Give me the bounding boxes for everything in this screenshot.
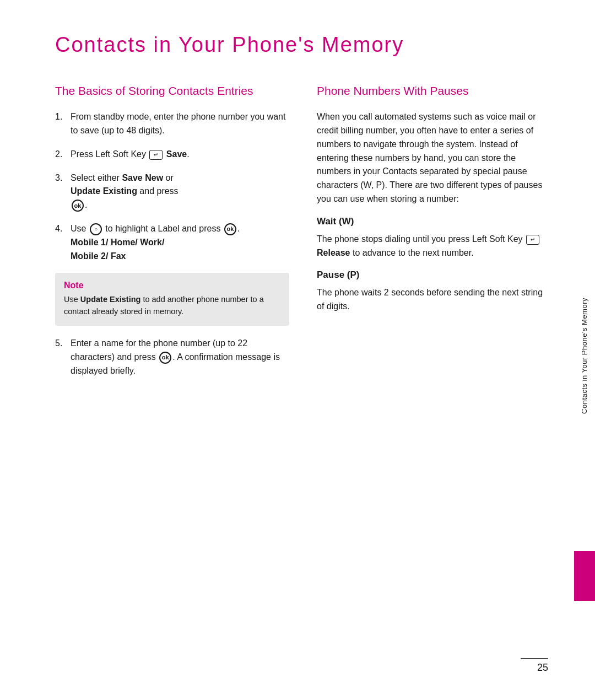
sidebar-accent — [574, 551, 595, 601]
right-column: Phone Numbers With Pauses When you call … — [317, 83, 551, 387]
wait-title: Wait (W) — [317, 216, 551, 227]
list-content-4: Use ○ to highlight a Label and press ok.… — [71, 222, 289, 263]
save-new-label: Save New — [122, 173, 163, 182]
ok-circle-5: ok — [159, 352, 171, 364]
nav-circle-4: ○ — [90, 223, 102, 235]
list-number-5: 5. — [55, 337, 71, 378]
main-title: Contacts in Your Phone's Memory — [55, 33, 551, 57]
content-columns: The Basics of Storing Contacts Entries 1… — [55, 83, 551, 387]
list-number-1: 1. — [55, 110, 71, 138]
list-item-3: 3. Select either Save New or Update Exis… — [55, 171, 289, 212]
right-section-intro: When you call automated systems such as … — [317, 110, 551, 206]
right-section-title: Phone Numbers With Pauses — [317, 83, 551, 98]
note-title: Note — [64, 281, 280, 290]
update-existing-label: Update Existing — [71, 186, 137, 196]
note-box: Note Use Update Existing to add another … — [55, 273, 289, 326]
ok-circle-4: ok — [224, 223, 236, 235]
release-label: Release — [317, 248, 350, 257]
list-content-5: Enter a name for the phone number (up to… — [71, 337, 289, 378]
list-number-3: 3. — [55, 171, 71, 212]
soft-key-icon-wait — [526, 235, 539, 245]
page-container: Contacts in Your Phone's Memory The Basi… — [0, 0, 595, 700]
ok-circle-3: ok — [72, 200, 84, 212]
list-item-4: 4. Use ○ to highlight a Label and press … — [55, 222, 289, 263]
left-section-title: The Basics of Storing Contacts Entries — [55, 83, 289, 98]
page-number-area: 25 — [521, 658, 548, 674]
sidebar-tab: Contacts in Your Phone's Memory — [574, 0, 595, 700]
page-divider — [521, 658, 548, 659]
list-item-1: 1. From standby mode, enter the phone nu… — [55, 110, 289, 138]
left-column: The Basics of Storing Contacts Entries 1… — [55, 83, 289, 387]
soft-key-icon — [149, 150, 163, 160]
note-body: Use Update Existing to add another phone… — [64, 294, 280, 318]
list-content-2: Press Left Soft Key Save. — [71, 148, 289, 161]
list-number-4: 4. — [55, 222, 71, 263]
labels-text: Mobile 1/ Home/ Work/Mobile 2/ Fax — [71, 238, 164, 261]
pause-body: The phone waits 2 seconds before sending… — [317, 286, 551, 314]
save-label: Save — [166, 149, 187, 159]
list-content-1: From standby mode, enter the phone numbe… — [71, 110, 289, 138]
wait-body: The phone stops dialing until you press … — [317, 233, 551, 260]
list-content-3: Select either Save New or Update Existin… — [71, 171, 289, 212]
pause-title: Pause (P) — [317, 270, 551, 281]
list-item-2: 2. Press Left Soft Key Save. — [55, 148, 289, 161]
note-bold: Update Existing — [80, 295, 141, 304]
sidebar-text: Contacts in Your Phone's Memory — [580, 287, 589, 414]
list-number-2: 2. — [55, 148, 71, 161]
page-number: 25 — [537, 662, 548, 674]
list-item-5: 5. Enter a name for the phone number (up… — [55, 337, 289, 378]
